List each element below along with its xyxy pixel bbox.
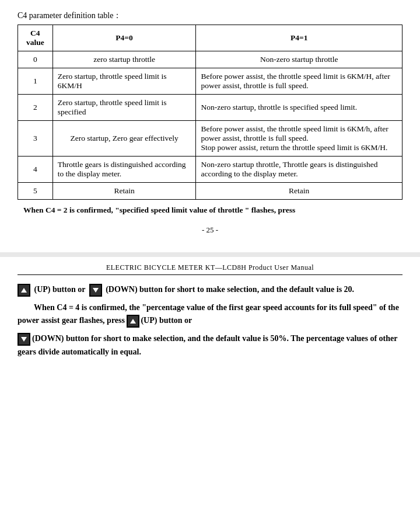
page-bottom-section: ELECTRIC BICYCLE METER KT—LCD8H Product …	[0, 257, 420, 375]
p4-1-cell: Before power assist, the throttle speed …	[196, 68, 402, 95]
table-row: 3Zero startup, Zero gear effectivelyBefo…	[18, 121, 402, 157]
bottom-para3: (DOWN) button for short to make selectio…	[18, 332, 402, 359]
c4-value-cell: 5	[18, 183, 53, 200]
c4-note: When C4 = 2 is confirmed, "specified spe…	[23, 206, 402, 215]
bottom-para1: (UP) button or (DOWN) button for short t…	[18, 283, 402, 297]
table-row: 0zero startup throttleNon-zero startup t…	[18, 51, 402, 68]
up-icon-1	[18, 284, 30, 297]
p4-0-cell: Zero startup, throttle speed limit is 6K…	[52, 68, 196, 95]
p4-1-cell: Retain	[196, 183, 402, 200]
svg-marker-3	[21, 337, 27, 342]
p4-0-cell: Throttle gears is distinguished accordin…	[52, 157, 196, 183]
svg-marker-1	[93, 288, 99, 293]
c4-value-cell: 3	[18, 121, 53, 157]
page-divider	[0, 252, 420, 257]
up-icon-2	[127, 315, 139, 328]
col-header-p4-1: P4=1	[196, 25, 402, 51]
bottom-content: (UP) button or (DOWN) button for short t…	[18, 283, 402, 359]
c4-value-cell: 1	[18, 68, 53, 95]
p4-1-cell: Non-zero startup, throttle is specified …	[196, 95, 402, 121]
table-row: 4Throttle gears is distinguished accordi…	[18, 157, 402, 183]
p4-0-cell: Zero startup, throttle speed limit is sp…	[52, 95, 196, 121]
up-button-label: (UP) button or	[34, 285, 88, 294]
down-icon-2	[18, 333, 30, 346]
svg-marker-0	[21, 288, 27, 293]
footer-title: ELECTRIC BICYCLE METER KT—LCD8H Product …	[106, 263, 314, 272]
col-header-p4-0: P4=0	[52, 25, 196, 51]
table-row: 2Zero startup, throttle speed limit is s…	[18, 95, 402, 121]
c4-value-cell: 2	[18, 95, 53, 121]
col-header-c4: C4 value	[18, 25, 53, 51]
bottom-para2: When C4 = 4 is confirmed, the "percentag…	[18, 301, 402, 328]
p4-0-cell: Retain	[52, 183, 196, 200]
c4-parameter-table: C4 value P4=0 P4=1 0zero startup throttl…	[18, 25, 402, 200]
down-icon-1	[89, 284, 102, 297]
page-top-section: C4 parameter definition table： C4 value …	[0, 0, 420, 246]
p4-0-cell: zero startup throttle	[52, 51, 196, 68]
p4-0-cell: Zero startup, Zero gear effectively	[52, 121, 196, 157]
page-number: - 25 -	[18, 225, 402, 235]
p4-1-cell: Non-zero startup throttle	[196, 51, 402, 68]
c4-value-cell: 0	[18, 51, 53, 68]
footer-area: ELECTRIC BICYCLE METER KT—LCD8H Product …	[18, 263, 402, 275]
p4-1-cell: Non-zero startup throttle, Throttle gear…	[196, 157, 402, 183]
p4-1-cell: Before power assist, the throttle speed …	[196, 121, 402, 157]
c4-value-cell: 4	[18, 157, 53, 183]
table-row: 5RetainRetain	[18, 183, 402, 200]
table-row: 1Zero startup, throttle speed limit is 6…	[18, 68, 402, 95]
svg-marker-2	[130, 319, 136, 324]
table-title: C4 parameter definition table：	[18, 11, 402, 21]
